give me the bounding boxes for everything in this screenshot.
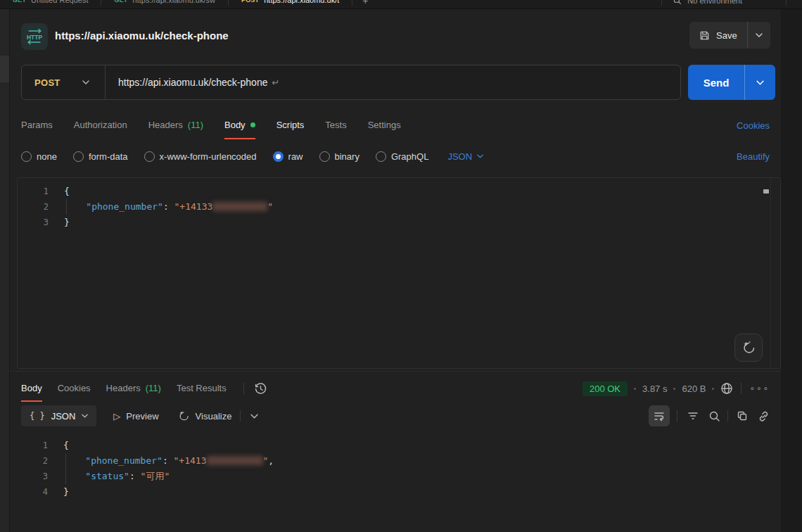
link-icon xyxy=(758,410,770,422)
tab-count: (11) xyxy=(188,120,203,130)
send-button[interactable]: Send xyxy=(688,65,744,100)
body-mode-raw[interactable]: raw xyxy=(273,151,303,162)
code-token: : xyxy=(129,471,141,481)
radio-icon xyxy=(376,151,386,162)
network-info-button[interactable] xyxy=(720,382,733,395)
radio-icon xyxy=(21,151,32,162)
dot-separator xyxy=(634,388,636,390)
save-options-button[interactable] xyxy=(748,22,770,49)
more-options-button[interactable]: ∘∘∘ xyxy=(749,384,770,393)
share-link-button[interactable] xyxy=(758,410,770,422)
tab-params[interactable]: Params xyxy=(21,111,53,139)
response-size: 620 B xyxy=(682,384,706,394)
code-token: "可用" xyxy=(141,471,170,481)
environment-selector[interactable]: No environment xyxy=(687,0,742,5)
copy-response-button[interactable] xyxy=(737,410,748,422)
redacted-text xyxy=(207,456,263,465)
tab-label: Body xyxy=(224,120,246,130)
tab-method-label: GET xyxy=(114,0,127,4)
tab-authorization[interactable]: Authorization xyxy=(74,111,127,139)
cookies-link[interactable]: Cookies xyxy=(737,120,770,131)
mode-label: x-www-form-urlencoded xyxy=(160,151,257,162)
request-body-editor[interactable]: 1{2 "phone_number": "+14133"3} xyxy=(17,177,781,369)
tab-count: (11) xyxy=(146,383,161,393)
language-selector[interactable]: JSON xyxy=(447,151,483,162)
visualize-button[interactable]: Visualize xyxy=(177,410,232,422)
mode-label: raw xyxy=(288,151,303,162)
editor-scrollbar xyxy=(770,178,771,368)
line-number: 2 xyxy=(18,199,49,215)
workspace-tab-untitled-request[interactable]: GETUntitled Request xyxy=(0,0,101,9)
divider xyxy=(741,383,741,394)
filter-icon xyxy=(687,411,699,421)
line-number: 3 xyxy=(17,469,48,484)
method-dropdown-button[interactable] xyxy=(82,80,105,84)
copy-icon xyxy=(737,410,748,422)
code-token: " xyxy=(267,201,273,212)
globe-icon xyxy=(720,382,733,395)
code-content: { xyxy=(63,438,69,453)
mode-label: form-data xyxy=(89,151,128,162)
tab-title: Untitled Request xyxy=(31,0,88,4)
wrap-text-button[interactable] xyxy=(649,405,670,426)
history-button[interactable] xyxy=(254,382,267,395)
topbar-divider xyxy=(786,0,787,6)
indent-guide xyxy=(65,453,66,484)
search-response-button[interactable] xyxy=(708,410,720,422)
postbot-button[interactable] xyxy=(734,334,763,362)
mode-label: none xyxy=(37,151,57,162)
send-options-button[interactable] xyxy=(745,65,775,100)
response-format-dropdown[interactable]: { } JSON xyxy=(21,405,96,426)
sidebar-handle[interactable] xyxy=(0,56,9,82)
tab-tests[interactable]: Tests xyxy=(325,111,346,139)
chevron-down-icon xyxy=(82,80,89,84)
response-tabs-row: BodyCookiesHeaders(11)Test Results 200 O… xyxy=(10,375,781,402)
code-token: , xyxy=(268,455,274,466)
response-body-editor[interactable]: 1{2 "phone_number": "+1413",3 "status": … xyxy=(17,432,781,531)
new-tab-button[interactable]: + xyxy=(352,0,378,6)
response-tab-body[interactable]: Body xyxy=(21,375,42,402)
line-number: 1 xyxy=(17,438,48,453)
scrollbar-thumb[interactable] xyxy=(763,189,769,194)
mode-label: binary xyxy=(335,151,359,162)
request-panel: HTTP https://api.xiaomu.uk/check-phone S… xyxy=(10,9,781,532)
method-selector[interactable]: POST xyxy=(22,77,82,88)
panel-divider xyxy=(10,371,781,372)
beautify-link[interactable]: Beautify xyxy=(737,151,770,162)
tab-label: Authorization xyxy=(74,120,127,130)
collapse-response-button[interactable] xyxy=(250,414,258,419)
body-mode-graphql[interactable]: GraphQL xyxy=(376,151,428,162)
request-tabs: ParamsAuthorizationHeaders(11)BodyScript… xyxy=(10,111,781,139)
preview-button[interactable]: ▷ Preview xyxy=(113,411,158,422)
svg-text:HTTP: HTTP xyxy=(27,34,43,41)
url-field[interactable]: https://api.xiaomu.uk/check-phone xyxy=(106,77,267,88)
body-mode-x-www-form-urlencoded[interactable]: x-www-form-urlencoded xyxy=(144,151,257,162)
code-token: "+14133 xyxy=(174,201,213,212)
tab-title: https://api.xiaomu.uk/t xyxy=(264,0,339,4)
tab-scripts[interactable]: Scripts xyxy=(276,111,305,139)
tab-body[interactable]: Body xyxy=(224,111,255,139)
save-button[interactable]: Save xyxy=(689,22,747,49)
body-mode-form-data[interactable]: form-data xyxy=(73,151,128,162)
collapsed-sidebar[interactable] xyxy=(0,9,10,532)
tab-headers[interactable]: Headers(11) xyxy=(148,111,203,139)
tab-label: Tests xyxy=(325,120,346,130)
mode-label: GraphQL xyxy=(391,151,428,162)
code-token: "status" xyxy=(63,471,129,481)
workspace-tab-https-api-xiaomu-uk-t[interactable]: POSThttps://api.xiaomu.uk/t xyxy=(229,0,352,9)
response-tab-headers[interactable]: Headers(11) xyxy=(106,375,161,402)
response-tab-cookies[interactable]: Cookies xyxy=(58,375,91,402)
body-mode-none[interactable]: none xyxy=(21,151,57,162)
line-number: 2 xyxy=(17,453,48,469)
radio-icon xyxy=(144,151,155,162)
line-number: 3 xyxy=(18,215,49,230)
body-mode-binary[interactable]: binary xyxy=(319,151,359,162)
return-glyph: ↵ xyxy=(272,77,279,88)
filter-button[interactable] xyxy=(687,411,699,421)
response-tab-test-results[interactable]: Test Results xyxy=(177,375,227,402)
indent-guide xyxy=(66,199,67,215)
code-line: 3} xyxy=(18,215,780,230)
tab-label: Test Results xyxy=(177,383,227,393)
workspace-tab-https-api-xiaomu-uk-sw[interactable]: GEThttps://api.xiaomu.uk/sw xyxy=(101,0,228,9)
tab-settings[interactable]: Settings xyxy=(368,111,401,139)
